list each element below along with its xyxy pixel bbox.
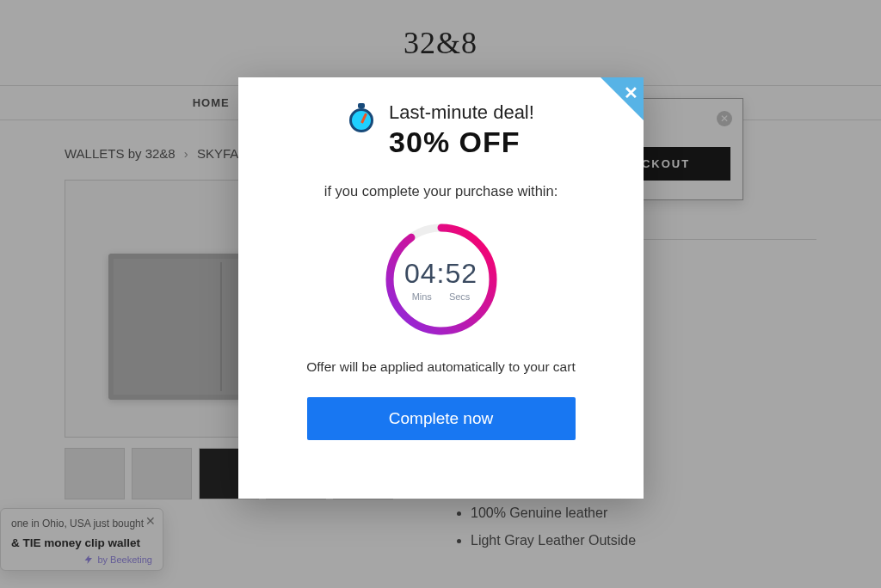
timer-secs-label: Secs: [449, 291, 470, 302]
modal-condition: if you complete your purchase within:: [305, 183, 576, 199]
timer-mins-label: Mins: [412, 291, 432, 302]
modal-discount: 30% OFF: [389, 126, 534, 159]
modal-close-corner[interactable]: ✕: [601, 77, 644, 120]
modal-heading: Last-minute deal! 30% OFF: [305, 101, 576, 159]
countdown-timer: 04:52 Mins Secs: [384, 222, 499, 337]
modal-autoapply-note: Offer will be applied automatically to y…: [305, 359, 576, 375]
complete-now-button[interactable]: Complete now: [307, 397, 576, 440]
modal-lead: Last-minute deal!: [389, 101, 534, 124]
deal-modal: ✕ Last-minute deal! 30% OFF if you compl…: [238, 77, 644, 499]
stopwatch-icon: [348, 103, 377, 132]
close-icon[interactable]: ✕: [624, 83, 638, 103]
timer-value: 04:52: [404, 258, 477, 290]
